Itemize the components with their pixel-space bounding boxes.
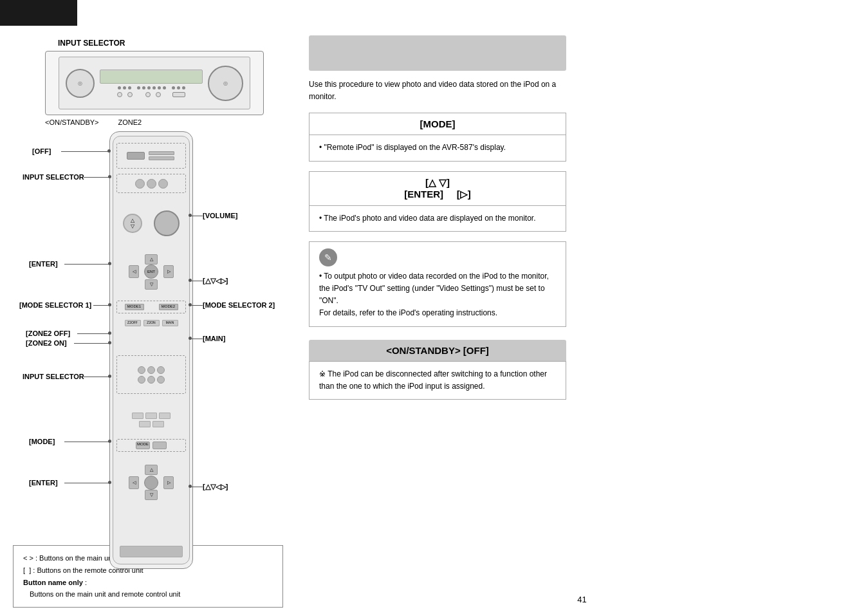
nav-header-arrows: [△ ▽] xyxy=(425,177,450,188)
label-off: [OFF] xyxy=(32,147,51,155)
mode-section-box: [MODE] "Remote iPod" is displayed on the… xyxy=(309,113,566,161)
unit-display xyxy=(100,70,203,84)
legend-square-brackets: [ ] xyxy=(23,566,31,574)
label-zone2-on: [ZONE2 ON] xyxy=(26,339,67,347)
onstandby-zone-labels: <ON/STANDBY> ZONE2 xyxy=(45,118,283,126)
top-gray-box xyxy=(309,35,566,71)
note-line2: the iPod's "TV Out" setting (under "Vide… xyxy=(319,283,556,295)
asterisk-note: The iPod can be disconnected after switc… xyxy=(319,369,547,391)
bottom-section: <ON/STANDBY> [OFF] The iPod can be disco… xyxy=(309,340,566,400)
navigate-section-box: [△ ▽] [ENTER] [▷] The iPod's photo and v… xyxy=(309,171,566,232)
note-line3: "ON". xyxy=(319,295,556,307)
label-arrows-top: [△▽◁▷] xyxy=(203,277,228,285)
note-line4: For details, refer to the iPod's operati… xyxy=(319,307,556,319)
nav-header-enter: [ENTER] xyxy=(404,189,443,200)
label-enter-bottom: [ENTER] xyxy=(29,479,58,487)
onstandby-label: <ON/STANDBY> xyxy=(45,118,99,126)
label-input-selector-2: INPUT SELECTOR xyxy=(23,373,84,380)
bottom-section-header: <ON/STANDBY> [OFF] xyxy=(309,340,566,361)
main-unit-diagram: ◎ xyxy=(45,51,264,115)
mode-section-header: [MODE] xyxy=(309,113,566,135)
mode-section-content: "Remote iPod" is displayed on the AVR-58… xyxy=(309,135,566,160)
legend-line1-text: : Buttons on the main unit xyxy=(35,554,116,562)
label-enter: [ENTER] xyxy=(29,260,58,268)
navigate-section-content: The iPod's photo and video data are disp… xyxy=(309,206,566,231)
unit-dots-row-1 xyxy=(118,86,185,89)
nav-bullet: The iPod's photo and video data are disp… xyxy=(319,214,536,223)
note-line1: • To output photo or video data recorded… xyxy=(319,270,556,283)
remote-inner: △▽ △ ▽ ◁ ▷ ENT xyxy=(113,136,190,564)
label-mode-sel-1: [MODE SELECTOR 1] xyxy=(19,301,91,309)
right-panel: Use this procedure to view photo and vid… xyxy=(296,26,868,614)
label-main: [MAIN] xyxy=(203,335,225,342)
label-mode-bottom: [MODE] xyxy=(29,438,55,445)
legend-bold-colon: : xyxy=(83,579,87,586)
note-box: ✎ • To output photo or video data record… xyxy=(309,241,566,327)
label-input-selector-1: INPUT SELECTOR xyxy=(23,173,84,181)
navigate-section-header: [△ ▽] [ENTER] [▷] xyxy=(309,172,566,206)
legend-line4: Buttons on the main unit and remote cont… xyxy=(30,588,273,600)
bottom-section-content: The iPod can be disconnected after switc… xyxy=(309,361,566,400)
pencil-icon: ✎ xyxy=(319,248,337,266)
unit-knob-left: ◎ xyxy=(66,69,95,98)
label-arrows-bottom: [△▽◁▷] xyxy=(203,483,228,491)
input-selector-top-label: INPUT SELECTOR xyxy=(58,39,283,48)
zone2-label: ZONE2 xyxy=(118,118,142,126)
nav-header-right: [▷] xyxy=(457,189,471,200)
unit-buttons-row xyxy=(117,92,185,97)
remote-shape: △▽ △ ▽ ◁ ▷ ENT xyxy=(109,131,193,569)
legend-bold-label: Button name only xyxy=(23,579,83,586)
page-number: 41 xyxy=(577,595,586,604)
intro-text: Use this procedure to view photo and vid… xyxy=(309,79,566,103)
mode-bullet: "Remote iPod" is displayed on the AVR-58… xyxy=(319,143,506,152)
label-volume: [VOLUME] xyxy=(203,212,237,219)
top-black-bar xyxy=(0,0,77,26)
left-panel: INPUT SELECTOR ◎ xyxy=(0,26,296,614)
legend-line3-text: Buttons on the main unit and remote cont… xyxy=(30,590,180,598)
legend-angle-brackets: < > xyxy=(23,554,33,562)
unit-middle xyxy=(100,70,203,97)
unit-knob-right: ◎ xyxy=(208,66,243,101)
legend-line3: Button name only : xyxy=(23,577,273,589)
label-zone2-off: [ZONE2 OFF] xyxy=(26,330,70,337)
label-mode-sel-2: [MODE SELECTOR 2] xyxy=(203,301,275,309)
